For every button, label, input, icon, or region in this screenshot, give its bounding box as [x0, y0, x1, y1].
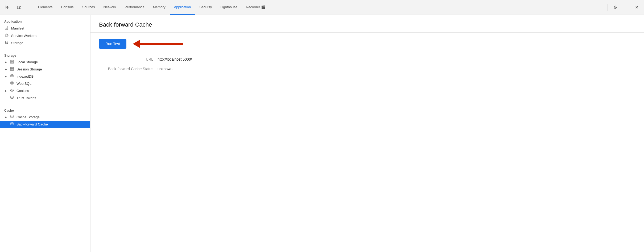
- tab-application[interactable]: Application: [170, 0, 195, 15]
- svg-rect-7: [10, 62, 12, 63]
- cookies-icon: [10, 89, 14, 93]
- svg-rect-5: [10, 60, 12, 61]
- cache-status-value: unknown: [158, 67, 172, 71]
- sidebar-item-back-forward-cache[interactable]: ▶ Back-forward Cache: [0, 121, 90, 128]
- devtools-body: Application Manifest Service Workers: [0, 15, 644, 252]
- chevron-right-icon: ▶: [4, 116, 7, 119]
- tab-memory[interactable]: Memory: [149, 0, 170, 15]
- toolbar-right: ⚙ ⋮ ✕: [606, 3, 641, 12]
- sidebar-section-application: Application: [0, 17, 90, 24]
- more-button[interactable]: ⋮: [621, 3, 631, 12]
- url-label: URL: [99, 57, 158, 61]
- cache-storage-label: Cache Storage: [16, 115, 40, 119]
- svg-rect-8: [12, 62, 14, 63]
- web-sql-label: Web SQL: [16, 82, 31, 86]
- db-icon-active: [10, 122, 14, 127]
- storage-icon: [4, 41, 9, 45]
- cookies-label: Cookies: [16, 89, 29, 93]
- svg-point-14: [11, 82, 13, 83]
- close-button[interactable]: ✕: [632, 3, 641, 12]
- db-icon: [10, 96, 14, 100]
- sidebar-item-session-storage[interactable]: ▶ Session Storage: [0, 66, 90, 73]
- tab-security[interactable]: Security: [195, 0, 216, 15]
- url-row: URL http://localhost:5000/: [99, 57, 635, 61]
- service-workers-label: Service Workers: [11, 34, 36, 38]
- sidebar-item-service-workers[interactable]: Service Workers: [0, 32, 90, 39]
- svg-rect-1: [19, 7, 21, 9]
- svg-rect-12: [12, 69, 14, 70]
- tab-lighthouse[interactable]: Lighthouse: [216, 0, 242, 15]
- chevron-right-icon: ▶: [4, 68, 7, 71]
- storage-label: Storage: [11, 41, 23, 45]
- tab-elements[interactable]: Elements: [34, 0, 57, 15]
- content-body: Run Test URL http://localhost:5000/ Back…: [90, 33, 644, 83]
- divider-2: [0, 104, 90, 104]
- sidebar-item-cookies[interactable]: ▶ Cookies: [0, 87, 90, 94]
- sidebar-section-cache: Cache: [0, 106, 90, 114]
- cache-status-label: Back-forward Cache Status: [99, 67, 158, 71]
- session-storage-label: Session Storage: [16, 67, 42, 71]
- svg-rect-10: [12, 67, 14, 69]
- trust-tokens-label: Trust Tokens: [16, 96, 36, 100]
- toolbar-icon-group: [3, 3, 24, 12]
- svg-rect-9: [10, 67, 12, 69]
- sidebar: Application Manifest Service Workers: [0, 15, 90, 252]
- svg-point-15: [11, 89, 14, 92]
- device-toggle-button[interactable]: [14, 3, 24, 12]
- svg-point-20: [11, 115, 13, 116]
- main-content: Back-forward Cache Run Test URL http://l…: [90, 15, 644, 252]
- svg-point-18: [11, 91, 12, 91]
- sidebar-item-trust-tokens[interactable]: ▶ Trust Tokens: [0, 94, 90, 102]
- local-storage-label: Local Storage: [16, 60, 38, 64]
- tab-console[interactable]: Console: [57, 0, 78, 15]
- tab-sources[interactable]: Sources: [78, 0, 99, 15]
- toolbar-divider: [31, 4, 31, 11]
- settings-button[interactable]: ⚙: [610, 3, 620, 12]
- tab-recorder[interactable]: Recorder 🎬: [242, 0, 270, 15]
- sidebar-section-storage: Storage: [0, 51, 90, 58]
- db-icon: [10, 81, 14, 86]
- chevron-right-icon: ▶: [4, 75, 7, 78]
- svg-point-16: [11, 90, 12, 90]
- grid-icon: [10, 67, 14, 72]
- grid-icon: [10, 60, 14, 64]
- run-test-row: Run Test: [99, 39, 635, 49]
- svg-point-3: [6, 35, 7, 36]
- sidebar-item-indexeddb[interactable]: ▶ IndexedDB: [0, 73, 90, 80]
- sidebar-item-web-sql[interactable]: ▶ Web SQL: [0, 80, 90, 87]
- indexeddb-label: IndexedDB: [16, 74, 34, 78]
- gear-icon: [4, 33, 9, 38]
- sidebar-item-local-storage[interactable]: ▶ Local Storage: [0, 58, 90, 66]
- tab-network[interactable]: Network: [99, 0, 121, 15]
- run-test-arrow: [133, 40, 183, 48]
- db-icon: [10, 115, 14, 119]
- divider-1: [0, 49, 90, 49]
- inspect-element-button[interactable]: [3, 3, 12, 12]
- manifest-label: Manifest: [11, 26, 24, 30]
- tab-performance[interactable]: Performance: [120, 0, 148, 15]
- run-test-button[interactable]: Run Test: [99, 39, 126, 49]
- svg-point-19: [11, 96, 13, 97]
- svg-rect-11: [10, 69, 12, 70]
- chevron-right-icon: ▶: [4, 89, 7, 92]
- db-icon: [10, 74, 14, 79]
- svg-point-4: [5, 41, 8, 42]
- tab-list: Elements Console Sources Network Perform…: [34, 0, 605, 15]
- chevron-right-icon: ▶: [4, 61, 7, 64]
- sidebar-item-manifest[interactable]: Manifest: [0, 24, 90, 32]
- document-icon: [4, 26, 9, 31]
- devtools-toolbar: Elements Console Sources Network Perform…: [0, 0, 644, 15]
- back-forward-cache-label: Back-forward Cache: [16, 122, 48, 126]
- svg-rect-6: [12, 60, 14, 61]
- svg-point-13: [11, 74, 13, 75]
- url-value: http://localhost:5000/: [158, 57, 192, 61]
- page-title: Back-forward Cache: [90, 15, 644, 33]
- sidebar-item-storage[interactable]: Storage: [0, 39, 90, 47]
- toolbar-divider-right: [608, 4, 608, 11]
- cache-status-row: Back-forward Cache Status unknown: [99, 67, 635, 71]
- sidebar-item-cache-storage[interactable]: ▶ Cache Storage: [0, 114, 90, 121]
- svg-point-21: [11, 122, 13, 123]
- svg-point-17: [12, 90, 13, 90]
